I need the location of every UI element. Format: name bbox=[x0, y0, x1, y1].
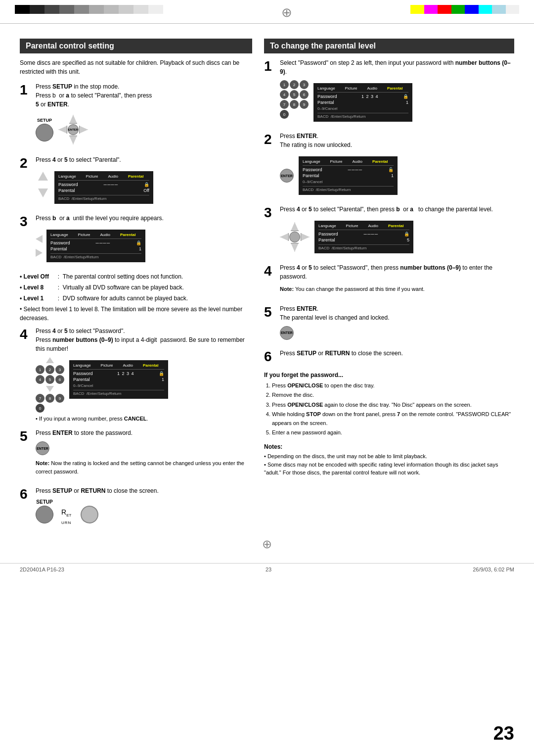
footer-left: 2D20401A P16-23 bbox=[20, 567, 64, 572]
step-3-content: Press b or a until the level you require… bbox=[36, 214, 252, 265]
bullet-label-8: • Level 8 bbox=[20, 283, 54, 292]
crosshair-bottom: ⊕ bbox=[262, 537, 272, 551]
step-1-text: Press SETUP in the stop mode. Press b or… bbox=[36, 82, 252, 109]
step-4-right-note: Note: You can change the password at thi… bbox=[280, 285, 514, 293]
step-2-right: 2 Press ENTER.The rating is now unlocked… bbox=[264, 132, 514, 198]
right-step-1-text: Select "Password" on step 2 as left, the… bbox=[280, 58, 514, 76]
bullet-select-text: • Select from level 1 to level 8. The li… bbox=[20, 305, 252, 323]
screen-mockup-2-right: LanguagePictureAudioParental Password───… bbox=[299, 156, 398, 195]
wrong-number-note: • If you input a wrong number, press CAN… bbox=[36, 416, 252, 422]
left-column: Parental control setting Some discs are … bbox=[20, 39, 252, 532]
step-6-text: Press SETUP or RETURN to close the scree… bbox=[36, 486, 252, 495]
forget-step-5: Enter a new password again. bbox=[272, 428, 514, 437]
left-section-header: Parental control setting bbox=[20, 39, 252, 53]
bullet-label-1: • Level 1 bbox=[20, 294, 54, 303]
right-step-5-content: Press ENTER.The parental level is change… bbox=[280, 304, 514, 342]
notes-text: • Depending on the discs, the unit may n… bbox=[264, 452, 514, 477]
bullet-text-off: The parental control setting does not fu… bbox=[63, 272, 183, 281]
step-2-text: Press 4 or 5 to select "Parental". bbox=[36, 155, 252, 164]
bullet-select: • Select from level 1 to level 8. The li… bbox=[20, 305, 252, 323]
bullet-list: • Level Off : The parental control setti… bbox=[20, 272, 252, 323]
forget-step-2: Remove the disc. bbox=[272, 391, 514, 400]
right-step-3-content: Press 4 or 5 to select "Parental", then … bbox=[280, 205, 514, 256]
notes-title: Notes: bbox=[264, 443, 514, 450]
bullet-level-1: • Level 1 : DVD software for adults cann… bbox=[20, 294, 252, 303]
bullet-label-off: • Level Off bbox=[20, 272, 54, 281]
footer-center: 23 bbox=[266, 567, 271, 572]
step-number-1: 1 bbox=[20, 83, 36, 97]
right-step-3-text: Press 4 or 5 to select "Parental", then … bbox=[280, 205, 514, 214]
right-step-number-6: 6 bbox=[264, 350, 280, 364]
return-btn-6 bbox=[79, 504, 100, 525]
step-3-text: Press b or a until the level you require… bbox=[36, 214, 252, 223]
page-number-large: 23 bbox=[493, 723, 514, 744]
step-number-4: 4 bbox=[20, 328, 36, 341]
right-section-header: To change the parental level bbox=[264, 39, 514, 53]
right-step-number-5: 5 bbox=[264, 305, 280, 319]
right-step-number-4: 4 bbox=[264, 264, 280, 278]
right-column: To change the parental level 1 Select "P… bbox=[264, 39, 514, 532]
colon-1: : bbox=[54, 294, 63, 303]
color-bar bbox=[410, 5, 519, 14]
forget-step-4: While holding STOP down on the front pan… bbox=[272, 410, 514, 427]
setup-btn-6 bbox=[36, 506, 53, 523]
step-number-3: 3 bbox=[20, 215, 36, 229]
right-step-2-content: Press ENTER.The rating is now unlocked. … bbox=[280, 132, 514, 198]
step-6-buttons: SETUP RETURN RETURN bbox=[36, 499, 252, 525]
intro-text: Some discs are specified as not suitable… bbox=[20, 58, 252, 76]
right-step-4-text: Press 4 or 5 to select "Password", then … bbox=[280, 263, 514, 281]
step-1-right: 1 Select "Password" on step 2 as left, t… bbox=[264, 58, 514, 125]
right-step-number-3: 3 bbox=[264, 206, 280, 220]
colon-8: : bbox=[54, 283, 63, 292]
right-step-5-text: Press ENTER.The parental level is change… bbox=[280, 304, 514, 322]
step-5-note: Note: Now the rating is locked and the s… bbox=[36, 459, 252, 475]
right-step-6-content: Press SETUP or RETURN to close the scree… bbox=[280, 349, 514, 362]
bullet-text-1: DVD software for adults cannot be played… bbox=[63, 294, 188, 303]
right-step-1-content: Select "Password" on step 2 as left, the… bbox=[280, 58, 514, 125]
forget-password-title: If you forget the password... bbox=[264, 372, 514, 378]
step-5-text: Press ENTER to store the password. bbox=[36, 428, 252, 437]
right-step-4-content: Press 4 or 5 to select "Password", then … bbox=[280, 263, 514, 297]
notes-section: Notes: • Depending on the discs, the uni… bbox=[264, 443, 514, 477]
footer-right: 26/9/03, 6:02 PM bbox=[473, 567, 514, 572]
enter-button-5-right: ENTER bbox=[280, 326, 294, 340]
step-1-content: Press SETUP in the stop mode. Press b or… bbox=[36, 82, 252, 148]
step-4-text: Press 4 or 5 to select "Password". Press… bbox=[36, 327, 252, 353]
screen-mockup-4-left: LanguagePictureAudioParental Password1 2… bbox=[69, 360, 168, 399]
grayscale-bar bbox=[15, 5, 163, 14]
forget-step-1: Press OPEN/CLOSE to open the disc tray. bbox=[272, 381, 514, 390]
step-5-content: Press ENTER to store the password. ENTER… bbox=[36, 428, 252, 479]
setup-button-illustration bbox=[36, 124, 53, 142]
colon-off: : bbox=[54, 272, 63, 281]
forget-password-list: Press OPEN/CLOSE to open the disc tray. … bbox=[264, 381, 514, 438]
step-1-left: 1 Press SETUP in the stop mode. Press b … bbox=[20, 82, 252, 148]
right-step-2-text: Press ENTER.The rating is now unlocked. bbox=[280, 132, 514, 149]
bullet-level-8: • Level 8 : Virtually all DVD software c… bbox=[20, 283, 252, 292]
top-bars: ⊕ bbox=[0, 0, 534, 24]
right-step-number-1: 1 bbox=[264, 59, 280, 73]
step-4-content: Press 4 or 5 to select "Password". Press… bbox=[36, 327, 252, 422]
forget-password-section: If you forget the password... Press OPEN… bbox=[264, 372, 514, 438]
step-6-left: 6 Press SETUP or RETURN to close the scr… bbox=[20, 486, 252, 525]
step-number-6: 6 bbox=[20, 487, 36, 501]
step-5-right: 5 Press ENTER.The parental level is chan… bbox=[264, 304, 514, 342]
screen-mockup-3-right: LanguagePictureAudioParental Password───… bbox=[314, 221, 413, 253]
step-3-right: 3 Press 4 or 5 to select "Parental", the… bbox=[264, 205, 514, 256]
step-number-5: 5 bbox=[20, 429, 36, 443]
step-6-content: Press SETUP or RETURN to close the scree… bbox=[36, 486, 252, 525]
right-step-number-2: 2 bbox=[264, 133, 280, 146]
dpad-illustration-3-right bbox=[280, 222, 310, 252]
step-4-right: 4 Press 4 or 5 to select "Password", the… bbox=[264, 263, 514, 297]
step-number-2: 2 bbox=[20, 156, 36, 170]
step-6-right: 6 Press SETUP or RETURN to close the scr… bbox=[264, 349, 514, 364]
step-4-left: 4 Press 4 or 5 to select "Password". Pre… bbox=[20, 327, 252, 422]
enter-button-illustration-5: ENTER bbox=[36, 441, 49, 455]
step-2-content: Press 4 or 5 to select "Parental". bbox=[36, 155, 252, 207]
step-2-left: 2 Press 4 or 5 to select "Parental". bbox=[20, 155, 252, 207]
step-5-left: 5 Press ENTER to store the password. ENT… bbox=[20, 428, 252, 479]
bullet-level-off: • Level Off : The parental control setti… bbox=[20, 272, 252, 281]
forget-step-3: Press OPEN/CLOSE again to close the disc… bbox=[272, 401, 514, 410]
crosshair-center: ⊕ bbox=[281, 5, 292, 20]
screen-mockup-3-left: LanguagePictureAudioParental Password───… bbox=[46, 230, 145, 262]
enter-button-2-right: ENTER bbox=[280, 169, 294, 183]
